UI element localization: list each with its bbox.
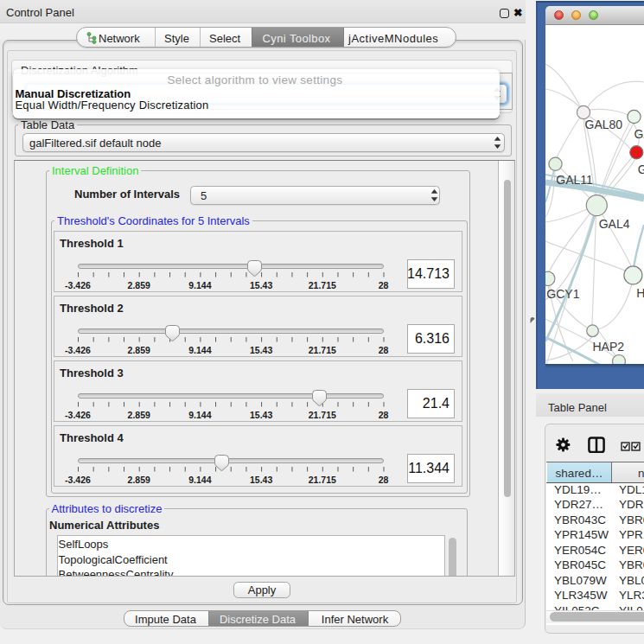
svg-text:GCY1: GCY1: [546, 287, 579, 301]
svg-text:H: H: [636, 286, 644, 300]
svg-text:GAL11: GAL11: [556, 173, 593, 187]
svg-text:GA: GA: [634, 127, 644, 141]
svg-text:GAL80: GAL80: [585, 118, 623, 131]
svg-text:HAP2: HAP2: [593, 340, 625, 354]
svg-text:G: G: [638, 163, 644, 176]
svg-text:GAL4: GAL4: [599, 217, 630, 231]
